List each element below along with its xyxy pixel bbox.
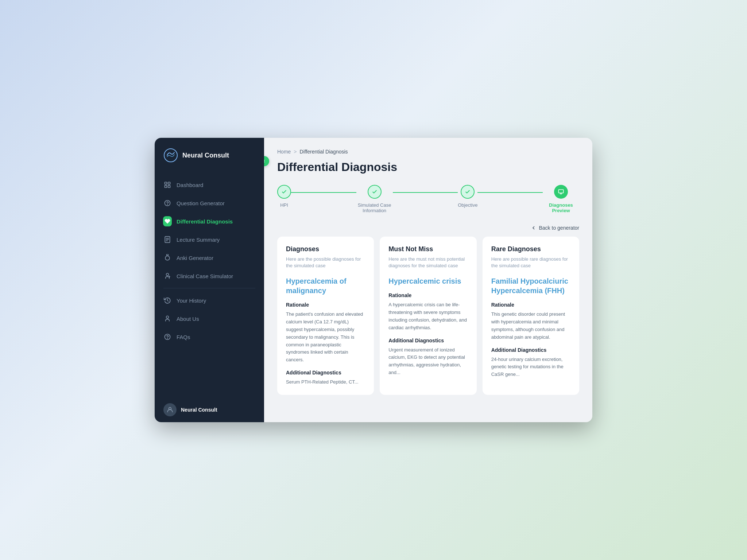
sidebar-label-about-us: About Us (177, 316, 199, 322)
svg-point-12 (166, 316, 169, 319)
must-not-miss-additional-text: Urgent measurement of ionized calcium, E… (388, 346, 468, 377)
diagnoses-additional-label: Additional Diagnostics (286, 370, 365, 376)
breadcrumb: Home > Differential Diagnosis (277, 149, 579, 155)
document-icon (163, 236, 171, 244)
sidebar-item-differential-diagnosis[interactable]: Differential Diagnosis (155, 212, 264, 230)
step-circle-diagnoses (554, 185, 568, 199)
svg-rect-16 (558, 190, 563, 193)
step-circle-simulated (368, 185, 382, 199)
question-icon (163, 199, 171, 207)
sidebar-label-question-generator: Question Generator (177, 200, 225, 206)
sidebar-label-clinical-case-simulator: Clinical Case Simulator (177, 273, 233, 279)
step-objective: Objective (458, 185, 477, 208)
rare-diagnoses-rationale-label: Rationale (491, 302, 570, 308)
sidebar-item-dashboard[interactable]: Dashboard (155, 176, 264, 194)
must-not-miss-card-title: Must Not Miss (388, 245, 468, 253)
main-content-area: Home > Differential Diagnosis Differenti… (264, 138, 592, 422)
app-logo-icon (163, 148, 178, 163)
sidebar-item-lecture-summary[interactable]: Lecture Summary (155, 230, 264, 249)
must-not-miss-rationale-label: Rationale (388, 292, 468, 298)
step-label-objective: Objective (458, 202, 477, 208)
main-nav: Dashboard Question Generator (155, 173, 264, 397)
heart-icon (163, 217, 171, 225)
home-icon (163, 181, 171, 189)
svg-rect-3 (168, 186, 170, 188)
step-label-diagnoses: Diagnoses Preview (543, 202, 579, 213)
diagnosis-cards-row: Diagnoses Here are the possible diagnose… (277, 237, 579, 395)
sidebar-item-question-generator[interactable]: Question Generator (155, 194, 264, 212)
diagnoses-rationale-label: Rationale (286, 302, 365, 308)
about-icon (163, 315, 171, 323)
diagnoses-additional-text: Serum PTH-Related Peptide, CT... (286, 378, 365, 386)
user-avatar (163, 403, 177, 416)
rare-diagnoses-additional-text: 24-hour urinary calcium excretion, genet… (491, 356, 570, 378)
sidebar-label-your-history: Your History (177, 298, 206, 304)
rare-diagnoses-name: Familial Hypocalciuric Hypercalcemia (FH… (491, 276, 570, 295)
breadcrumb-separator: > (294, 149, 297, 155)
svg-point-0 (164, 149, 177, 162)
sidebar-label-faqs: FAQs (177, 334, 190, 340)
step-simulated-case: Simulated Case Information (356, 185, 393, 213)
main-inner: Home > Differential Diagnosis Differenti… (264, 138, 592, 422)
brain-icon (163, 254, 171, 262)
diagnoses-name: Hypercalcemia of malignancy (286, 276, 365, 295)
must-not-miss-card: Must Not Miss Here are the must not miss… (380, 237, 476, 395)
breadcrumb-current: Differential Diagnosis (300, 149, 348, 155)
sidebar-item-anki-generator[interactable]: Anki Generator (155, 249, 264, 267)
user-profile[interactable]: Neural Consult (163, 403, 255, 416)
back-to-generator-link[interactable]: Back to generator (277, 225, 579, 231)
person-icon (163, 272, 171, 280)
diagnoses-card: Diagnoses Here are the possible diagnose… (277, 237, 374, 395)
connector-2 (393, 192, 458, 193)
app-name: Neural Consult (182, 152, 229, 159)
svg-rect-4 (165, 186, 167, 188)
back-link-label: Back to generator (539, 225, 579, 231)
must-not-miss-card-subtitle: Here are the must not miss potential dia… (388, 256, 468, 269)
rare-diagnoses-card: Rare Diagnoses Here are possible rare di… (483, 237, 579, 395)
diagnoses-card-title: Diagnoses (286, 245, 365, 253)
svg-rect-1 (165, 182, 167, 184)
sidebar-label-dashboard: Dashboard (177, 182, 203, 188)
sidebar-item-faqs[interactable]: FAQs (155, 328, 264, 346)
user-name: Neural Consult (181, 407, 217, 413)
page-title: Differential Diagnosis (277, 160, 579, 174)
svg-point-6 (167, 205, 168, 205)
step-hpi: HPI (277, 185, 291, 208)
rare-diagnoses-card-subtitle: Here are possible rare diagnoses for the… (491, 256, 570, 269)
step-circle-hpi (277, 185, 291, 199)
connector-3 (477, 192, 543, 193)
step-label-simulated: Simulated Case Information (356, 202, 393, 213)
step-circle-objective (461, 185, 475, 199)
must-not-miss-rationale-text: A hypercalcemic crisis can be life-threa… (388, 301, 468, 331)
nav-divider (163, 288, 255, 288)
step-label-hpi: HPI (280, 202, 288, 208)
sidebar-item-about-us[interactable]: About Us (155, 310, 264, 328)
svg-point-11 (166, 273, 169, 276)
sidebar-item-clinical-case-simulator[interactable]: Clinical Case Simulator (155, 267, 264, 285)
sidebar-label-anki-generator: Anki Generator (177, 255, 213, 261)
diagnoses-rationale-text: The patient's confusion and elevated cal… (286, 311, 365, 364)
breadcrumb-home[interactable]: Home (277, 149, 291, 155)
svg-point-14 (167, 338, 168, 339)
faq-icon (163, 333, 171, 341)
svg-rect-2 (168, 182, 170, 184)
sidebar-item-your-history[interactable]: Your History (155, 291, 264, 310)
rare-diagnoses-additional-label: Additional Diagnostics (491, 347, 570, 353)
step-diagnoses-preview: Diagnoses Preview (543, 185, 579, 213)
history-icon (163, 296, 171, 304)
sidebar-user-section: Neural Consult (155, 397, 264, 422)
rare-diagnoses-rationale-text: This genetic disorder could present with… (491, 311, 570, 341)
sidebar-label-differential-diagnosis: Differential Diagnosis (177, 218, 233, 225)
sidebar-label-lecture-summary: Lecture Summary (177, 237, 220, 243)
rare-diagnoses-card-title: Rare Diagnoses (491, 245, 570, 253)
diagnoses-card-subtitle: Here are the possible diagnoses for the … (286, 256, 365, 269)
must-not-miss-additional-label: Additional Diagnostics (388, 338, 468, 343)
connector-1 (291, 192, 356, 193)
progress-steps: HPI Simulated Case Information (277, 185, 579, 213)
logo-area: Neural Consult (155, 138, 264, 173)
sidebar: Neural Consult Dashboard (155, 138, 264, 422)
must-not-miss-name: Hypercalcemic crisis (388, 276, 468, 286)
